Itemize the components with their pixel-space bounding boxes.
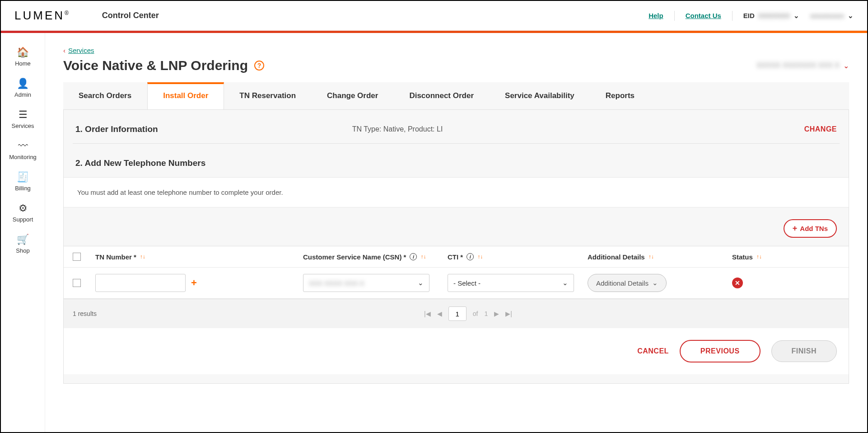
- sort-icon: ↑↓: [140, 254, 145, 260]
- tabs: Search Orders Install Order TN Reservati…: [63, 82, 849, 110]
- sort-icon: ↑↓: [756, 254, 762, 260]
- gear-icon: ⚙: [19, 202, 28, 214]
- nav-admin[interactable]: 👤Admin: [1, 72, 45, 104]
- chevron-left-icon: ‹: [63, 47, 65, 54]
- add-tns-button[interactable]: + Add TNs: [784, 219, 837, 238]
- sort-icon: ↑↓: [477, 254, 483, 260]
- cart-icon: 🛒: [17, 234, 29, 245]
- pagination: 1 results |◀ ◀ of 1 ▶ ▶|: [64, 299, 849, 328]
- select-all-checkbox[interactable]: [73, 253, 81, 261]
- tab-search-orders[interactable]: Search Orders: [63, 82, 147, 109]
- col-additional-details[interactable]: Additional Details↑↓: [588, 253, 732, 261]
- page-title: Voice Native & LNP Ordering: [63, 58, 248, 73]
- eid-dropdown[interactable]: EID XXXXXXX ⌄: [743, 12, 799, 20]
- info-icon[interactable]: i: [410, 253, 417, 260]
- receipt-icon: 🧾: [17, 171, 29, 183]
- main-content: ‹ Services Voice Native & LNP Ordering ?…: [45, 33, 867, 432]
- nav-label: Billing: [15, 185, 31, 192]
- cti-select[interactable]: - Select - ⌄: [448, 274, 574, 292]
- cti-placeholder: - Select -: [453, 279, 481, 287]
- help-icon[interactable]: ?: [254, 61, 264, 71]
- add-tns-label: Add TNs: [800, 225, 828, 232]
- chevron-down-icon: ⌄: [848, 12, 854, 20]
- info-icon[interactable]: i: [467, 253, 474, 260]
- chevron-down-icon: ⌄: [843, 61, 849, 70]
- home-icon: 🏠: [17, 47, 29, 58]
- info-banner: You must add at least one telephone numb…: [64, 177, 849, 207]
- account-label: XXXXX XXXXXXX XXX X: [756, 61, 840, 70]
- divider: [732, 11, 733, 21]
- tn-number-input[interactable]: [95, 274, 186, 292]
- nav-label: Support: [13, 216, 33, 223]
- list-icon: ☰: [19, 109, 28, 121]
- tab-install-order[interactable]: Install Order: [147, 82, 224, 109]
- tab-disconnect-order[interactable]: Disconnect Order: [394, 82, 490, 109]
- col-csn[interactable]: Customer Service Name (CSN) *i↑↓: [303, 253, 448, 261]
- tab-tn-reservation[interactable]: TN Reservation: [224, 82, 312, 109]
- left-nav: 🏠Home 👤Admin ☰Services 〰Monitoring 🧾Bill…: [1, 33, 45, 432]
- divider: [674, 11, 675, 21]
- page-input[interactable]: [448, 306, 467, 321]
- tab-change-order[interactable]: Change Order: [312, 82, 394, 109]
- nav-label: Monitoring: [9, 154, 37, 160]
- nav-label: Shop: [16, 247, 29, 254]
- col-status[interactable]: Status↑↓: [732, 253, 844, 261]
- account-dropdown[interactable]: XXXXX XXXXXXX XXX X ⌄: [756, 61, 849, 70]
- col-cti[interactable]: CTI *i↑↓: [448, 253, 588, 261]
- first-page-icon[interactable]: |◀: [424, 310, 431, 317]
- chevron-down-icon: ⌄: [652, 279, 658, 287]
- user-icon: 👤: [17, 78, 29, 89]
- step-1-label: 1. Order Information: [75, 124, 158, 134]
- app-title: Control Center: [102, 11, 159, 20]
- global-header: LUMEN® Control Center Help Contact Us EI…: [1, 1, 867, 31]
- tab-service-availability[interactable]: Service Availability: [490, 82, 590, 109]
- csn-select[interactable]: XXX XXXX XXX X ⌄: [303, 274, 429, 292]
- nav-home[interactable]: 🏠Home: [1, 41, 45, 72]
- toolbar: + Add TNs: [64, 207, 849, 246]
- cancel-button[interactable]: CANCEL: [637, 347, 669, 355]
- eid-label: EID: [743, 12, 755, 19]
- tn-table: TN Number *↑↓ Customer Service Name (CSN…: [64, 246, 849, 374]
- additional-details-button[interactable]: Additional Details ⌄: [588, 274, 667, 292]
- prev-page-icon[interactable]: ◀: [437, 310, 442, 317]
- activity-icon: 〰: [18, 140, 28, 152]
- contact-link[interactable]: Contact Us: [686, 12, 721, 19]
- user-dropdown[interactable]: xxxxxxxxx ⌄: [810, 12, 854, 20]
- status-error-icon: ✕: [732, 278, 743, 288]
- previous-button[interactable]: PREVIOUS: [680, 340, 761, 362]
- step-2-row: 2. Add New Telephone Numbers: [64, 144, 849, 177]
- nav-label: Admin: [14, 91, 31, 98]
- table-header: TN Number *↑↓ Customer Service Name (CSN…: [64, 246, 849, 268]
- add-row-icon[interactable]: +: [191, 277, 197, 289]
- last-page-icon[interactable]: ▶|: [505, 310, 512, 317]
- nav-billing[interactable]: 🧾Billing: [1, 166, 45, 197]
- step-2-body: You must add at least one telephone numb…: [64, 177, 849, 374]
- nav-label: Services: [12, 122, 34, 129]
- next-page-icon[interactable]: ▶: [494, 310, 499, 317]
- total-pages: 1: [484, 310, 488, 317]
- row-checkbox[interactable]: [73, 279, 81, 287]
- step-1-meta: TN Type: Native, Product: LI: [352, 125, 443, 133]
- breadcrumb: ‹ Services: [63, 47, 849, 54]
- help-link[interactable]: Help: [649, 12, 663, 19]
- nav-shop[interactable]: 🛒Shop: [1, 228, 45, 259]
- chevron-down-icon: ⌄: [793, 12, 799, 20]
- eid-value: XXXXXXX: [758, 12, 790, 19]
- tab-reports[interactable]: Reports: [590, 82, 650, 109]
- nav-services[interactable]: ☰Services: [1, 104, 45, 135]
- nav-support[interactable]: ⚙Support: [1, 197, 45, 228]
- form-body: 1. Order Information TN Type: Native, Pr…: [63, 110, 849, 384]
- table-row: + XXX XXXX XXX X ⌄ - Select - ⌄: [64, 268, 849, 299]
- nav-monitoring[interactable]: 〰Monitoring: [1, 135, 45, 166]
- plus-icon: +: [793, 224, 798, 233]
- results-count: 1 results: [73, 310, 97, 317]
- breadcrumb-services[interactable]: Services: [68, 47, 94, 54]
- change-button[interactable]: CHANGE: [804, 125, 837, 133]
- sort-icon: ↑↓: [420, 254, 426, 260]
- of-label: of: [473, 310, 478, 317]
- footer-actions: CANCEL PREVIOUS FINISH: [64, 328, 849, 374]
- details-label: Additional Details: [596, 279, 649, 287]
- col-tn-number[interactable]: TN Number *↑↓: [95, 253, 303, 261]
- csn-value: XXX XXXX XXX X: [309, 279, 364, 287]
- sort-icon: ↑↓: [649, 254, 654, 260]
